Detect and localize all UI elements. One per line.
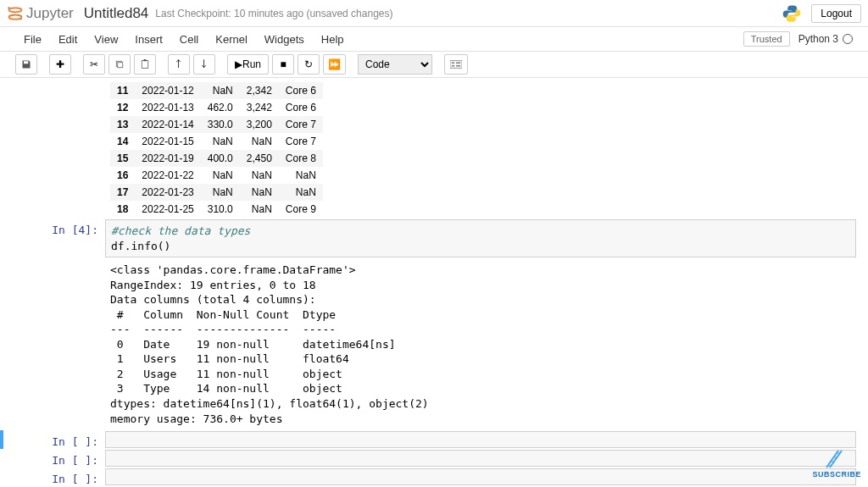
- cell-usage: 2,342: [240, 82, 279, 99]
- restart-run-all-button[interactable]: ⏩: [323, 54, 346, 75]
- code-line: df.info(): [111, 240, 170, 252]
- notebook-title[interactable]: Untitled84: [84, 5, 149, 22]
- logo-text: Jupyter: [26, 5, 74, 22]
- empty-code-cell-1[interactable]: In [ ]:: [0, 430, 868, 449]
- kernel-indicator[interactable]: Python 3: [798, 33, 853, 45]
- menu-cell[interactable]: Cell: [171, 29, 207, 50]
- paste-button[interactable]: [134, 54, 156, 75]
- cell-usage: NaN: [240, 167, 279, 184]
- table-row: 122022-01-13462.03,242Core 6: [110, 99, 323, 116]
- cell-type: Core 6: [279, 82, 323, 99]
- interrupt-button[interactable]: ■: [272, 54, 294, 75]
- menu-help[interactable]: Help: [313, 29, 353, 50]
- subscribe-text: SUBSCRIBE: [812, 470, 861, 479]
- cell-type: NaN: [279, 184, 323, 201]
- cell-date: 2022-01-25: [135, 201, 200, 218]
- cell-users: NaN: [201, 184, 240, 201]
- cell-date: 2022-01-12: [135, 82, 200, 99]
- jupyter-icon: [7, 5, 24, 22]
- svg-rect-6: [142, 61, 148, 69]
- code-input-empty-3[interactable]: [105, 468, 856, 485]
- empty-code-cell-3[interactable]: In [ ]:: [0, 468, 868, 486]
- code-input-4[interactable]: #check the data typesdf.info(): [105, 219, 856, 257]
- svg-rect-11: [456, 62, 460, 64]
- move-up-button[interactable]: 🡑: [168, 54, 190, 75]
- out-prompt-4: [12, 259, 105, 429]
- python-icon: [782, 4, 801, 23]
- cell-date: 2022-01-13: [135, 99, 200, 116]
- svg-point-0: [9, 8, 22, 12]
- cell-date: 2022-01-19: [135, 150, 200, 167]
- notebook-container: 112022-01-12NaN2,342Core 6122022-01-1346…: [0, 78, 868, 487]
- row-index: 15: [110, 150, 135, 167]
- svg-point-1: [9, 14, 22, 19]
- cell-users: NaN: [201, 82, 240, 99]
- move-down-button[interactable]: 🡓: [193, 54, 215, 75]
- trusted-indicator[interactable]: Trusted: [743, 31, 790, 47]
- svg-rect-12: [456, 65, 460, 67]
- svg-point-3: [20, 18, 22, 19]
- in-prompt-4: In [4]:: [12, 219, 105, 257]
- code-input-empty-2[interactable]: [105, 450, 856, 467]
- notebook-header: Jupyter Untitled84 Last Checkpoint: 10 m…: [0, 0, 868, 27]
- cell-usage: 3,200: [240, 116, 279, 133]
- menu-view[interactable]: View: [86, 29, 126, 50]
- cell-type: Core 7: [279, 133, 323, 150]
- cell-usage: NaN: [240, 184, 279, 201]
- menu-bar: File Edit View Insert Cell Kernel Widget…: [0, 27, 868, 52]
- menu-insert[interactable]: Insert: [126, 29, 171, 50]
- table-row: 152022-01-19400.02,450Core 8: [110, 150, 323, 167]
- table-row: 162022-01-22NaNNaNNaN: [110, 167, 323, 184]
- row-index: 14: [110, 133, 135, 150]
- output-cell-4: <class 'pandas.core.frame.DataFrame'> Ra…: [0, 258, 868, 430]
- menu-kernel[interactable]: Kernel: [207, 29, 256, 50]
- copy-button[interactable]: [108, 54, 131, 75]
- in-prompt-empty-3: In [ ]:: [12, 468, 105, 485]
- empty-code-cell-2[interactable]: In [ ]:: [0, 449, 868, 468]
- code-comment: #check the data types: [111, 224, 250, 237]
- output-cell-dataframe: 112022-01-12NaN2,342Core 6122022-01-1346…: [0, 81, 868, 219]
- cell-users: 330.0: [201, 116, 240, 133]
- cell-usage: NaN: [240, 201, 279, 218]
- code-input-empty-1[interactable]: [105, 431, 856, 448]
- cell-type: Core 8: [279, 150, 323, 167]
- menu-widgets[interactable]: Widgets: [256, 29, 313, 50]
- svg-rect-10: [452, 65, 455, 67]
- table-row: 112022-01-12NaN2,342Core 6: [110, 82, 323, 99]
- table-row: 142022-01-15NaNNaNCore 7: [110, 133, 323, 150]
- jupyter-logo: Jupyter: [7, 5, 74, 22]
- cut-button[interactable]: ✂: [83, 54, 105, 75]
- dna-helix-icon: [824, 449, 849, 470]
- output-prompt: [12, 82, 105, 218]
- code-cell-4[interactable]: In [4]: #check the data typesdf.info(): [0, 219, 868, 258]
- cell-users: NaN: [201, 133, 240, 150]
- cell-type-select[interactable]: Code: [358, 54, 432, 75]
- svg-rect-7: [144, 59, 147, 61]
- cell-users: 462.0: [201, 99, 240, 116]
- svg-rect-9: [452, 62, 455, 64]
- in-prompt-empty-2: In [ ]:: [12, 450, 105, 467]
- menu-edit[interactable]: Edit: [50, 29, 86, 50]
- run-label: Run: [242, 58, 261, 70]
- row-index: 12: [110, 99, 135, 116]
- save-button[interactable]: [15, 54, 37, 75]
- cell-type: Core 6: [279, 99, 323, 116]
- dataframe-table: 112022-01-12NaN2,342Core 6122022-01-1346…: [110, 82, 323, 218]
- run-button[interactable]: ▶ Run: [227, 54, 269, 75]
- row-index: 13: [110, 116, 135, 133]
- row-index: 18: [110, 201, 135, 218]
- cell-date: 2022-01-22: [135, 167, 200, 184]
- menu-file[interactable]: File: [15, 29, 50, 50]
- dataframe-output: 112022-01-12NaN2,342Core 6122022-01-1346…: [105, 82, 856, 218]
- insert-cell-button[interactable]: ✚: [49, 54, 71, 75]
- subscribe-watermark: SUBSCRIBE: [812, 449, 861, 479]
- table-row: 132022-01-14330.03,200Core 7: [110, 116, 323, 133]
- svg-rect-8: [450, 61, 462, 69]
- cell-usage: 2,450: [240, 150, 279, 167]
- command-palette-button[interactable]: [444, 54, 468, 75]
- checkpoint-info: Last Checkpoint: 10 minutes ago (unsaved…: [155, 8, 392, 19]
- logout-button[interactable]: Logout: [811, 4, 861, 23]
- cell-type: Core 9: [279, 201, 323, 218]
- row-index: 16: [110, 167, 135, 184]
- restart-button[interactable]: ↻: [298, 54, 320, 75]
